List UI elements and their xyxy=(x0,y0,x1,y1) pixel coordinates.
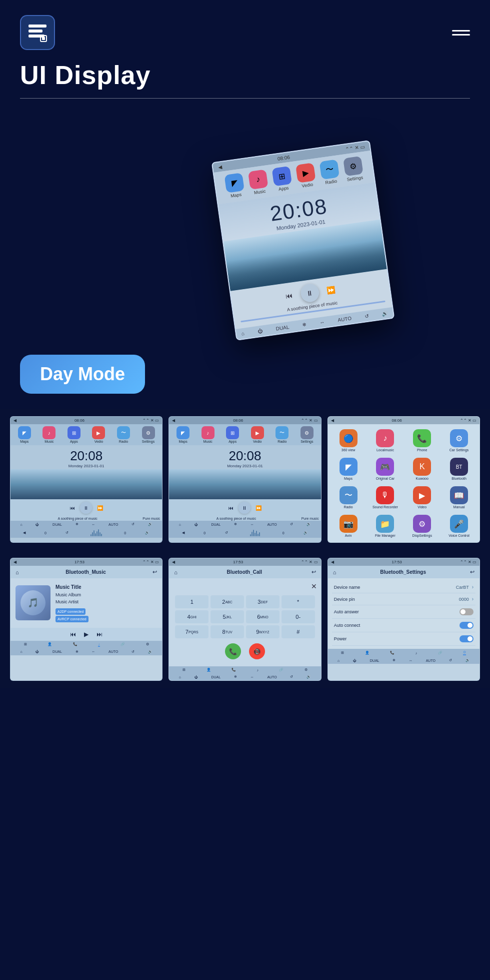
nav-music[interactable]: ♪ Music xyxy=(42,426,56,443)
bt-music-tab-link[interactable]: 🔗 xyxy=(120,642,125,646)
bt-call-home-nav[interactable]: ⌂ xyxy=(179,675,181,679)
dial-5[interactable]: 5JKL xyxy=(210,610,244,623)
dial-9[interactable]: 9WXYZ xyxy=(246,625,280,638)
bt-call-tab-phone[interactable]: 📞 xyxy=(232,668,236,672)
mini-prev-1[interactable]: ⏮ xyxy=(70,505,75,511)
app-maps2[interactable]: ◤ Maps xyxy=(331,456,366,482)
app-icon-maps[interactable]: ◤ Maps xyxy=(224,173,245,199)
app-icon-radio[interactable]: 〜 Radio xyxy=(320,159,340,186)
bt-call-back-icon[interactable]: ↩ xyxy=(312,569,316,575)
nav-radio[interactable]: 〜 Radio xyxy=(117,426,130,443)
nav-settings[interactable]: ⚙ Settings xyxy=(142,426,155,443)
app-soundrecorder[interactable]: 🎙 Sound Recorder xyxy=(368,484,402,511)
bt-settings-tab-music[interactable]: ♪ xyxy=(416,651,418,655)
close-button[interactable]: ✕ xyxy=(173,582,316,590)
bt-music-tab-phone[interactable]: 📞 xyxy=(73,642,78,646)
bt-settings-back-icon[interactable]: ↩ xyxy=(470,569,474,575)
nav2-radio[interactable]: 〜 Radio xyxy=(276,426,288,443)
app-filemanager[interactable]: 📁 File Manager xyxy=(368,513,402,539)
auto-connect-toggle[interactable] xyxy=(460,622,474,629)
mini-next-2[interactable]: ⏩ xyxy=(256,505,262,511)
bt-play[interactable]: ▶ xyxy=(84,631,88,638)
bt-settings-tab-active[interactable]: ⚙ xyxy=(463,650,466,655)
app-voicecontrol[interactable]: 🎤 Voice Control xyxy=(442,513,476,539)
app-originalcar[interactable]: 🎮 Original Car xyxy=(368,456,402,482)
device-name-arrow[interactable]: › xyxy=(472,584,474,590)
bt-next[interactable]: ⏭ xyxy=(96,631,102,638)
bt-music-back-icon[interactable]: ↩ xyxy=(152,569,157,575)
nav2-settings[interactable]: ⚙ Settings xyxy=(300,426,314,443)
bt-settings-tab-person[interactable]: 👤 xyxy=(365,651,370,655)
refresh-icon[interactable]: ↺ xyxy=(364,313,369,319)
app-radio2[interactable]: 〜 Radio xyxy=(331,484,366,511)
mini-play-2[interactable]: ⏸ xyxy=(238,502,250,514)
bt-settings-tab-grid[interactable]: ⊞ xyxy=(341,651,344,655)
end-call-button[interactable]: 📵 xyxy=(249,643,265,659)
app-icon-apps[interactable]: ⊞ Apps xyxy=(272,166,292,193)
nav2-music[interactable]: ♪ Music xyxy=(202,426,214,443)
bt-settings-tab-link[interactable]: 🔗 xyxy=(438,651,442,655)
prev-button[interactable]: ⏮ xyxy=(286,291,294,300)
hamburger-menu-icon[interactable] xyxy=(452,30,470,36)
next-button[interactable]: ⏩ xyxy=(326,286,336,295)
app-360view[interactable]: 🔵 360 view xyxy=(331,427,366,454)
app-manual[interactable]: 📖 Manual xyxy=(442,484,476,511)
bt-call-tab-settings[interactable]: ⚙ xyxy=(304,668,308,672)
app-carsettings[interactable]: ⚙ Car Settings xyxy=(442,427,476,454)
mini-next-1[interactable]: ⏩ xyxy=(97,505,103,511)
call-button[interactable]: 📞 xyxy=(225,643,241,659)
power-toggle[interactable] xyxy=(460,635,474,642)
app-avin[interactable]: 📷 Avin xyxy=(331,513,366,539)
swap-icon[interactable]: ↔ xyxy=(319,319,324,325)
dial-2[interactable]: 2ABC xyxy=(210,595,244,608)
nav2-apps[interactable]: ⊞ Apps xyxy=(226,426,239,443)
app-icon-settings[interactable]: ⚙ Settings xyxy=(343,156,364,183)
mini-home-icon-2[interactable]: ⌂ xyxy=(179,523,181,526)
app-icon-music[interactable]: ♪ Music xyxy=(248,169,269,196)
app-icon-vedio[interactable]: ▶ Vedio xyxy=(296,163,316,189)
bt-music-tab-grid[interactable]: ⊞ xyxy=(24,642,27,646)
nav2-vedio[interactable]: ▶ Vedio xyxy=(251,426,264,443)
auto-answer-toggle[interactable] xyxy=(460,608,474,615)
dial-8[interactable]: 8TUV xyxy=(210,625,244,638)
bt-settings-tab-phone[interactable]: 📞 xyxy=(390,651,394,655)
mini-play-1[interactable]: ⏸ xyxy=(80,502,92,514)
app-phone[interactable]: 📞 Phone xyxy=(404,427,440,454)
dial-star[interactable]: * xyxy=(282,595,315,608)
mini-prev-2[interactable]: ⏮ xyxy=(228,505,234,511)
home-icon[interactable]: ⌂ xyxy=(241,331,245,337)
dial-4[interactable]: 4GHI xyxy=(175,610,208,623)
nav2-maps[interactable]: ◤ Maps xyxy=(176,426,190,443)
bt-music-tab-music[interactable]: ♪ xyxy=(98,642,100,647)
nav-vedio[interactable]: ▶ Vedio xyxy=(92,426,105,443)
bt-prev[interactable]: ⏮ xyxy=(70,631,76,638)
bt-settings-home-nav[interactable]: ⌂ xyxy=(338,659,340,662)
app-localmusic[interactable]: ♪ Localmusic xyxy=(368,427,402,454)
device-pin-arrow[interactable]: › xyxy=(472,596,474,602)
play-pause-button[interactable]: ⏸ xyxy=(300,283,320,303)
bt-call-home-icon[interactable]: ⌂ xyxy=(174,569,178,575)
power-icon[interactable]: ⏻ xyxy=(258,328,263,334)
dial-zero-dash[interactable]: 0- xyxy=(282,610,315,623)
bt-music-home-icon[interactable]: ⌂ xyxy=(16,569,19,575)
bt-call-tab-link[interactable]: 🔗 xyxy=(279,668,284,672)
bt-call-tab-person[interactable]: 👤 xyxy=(206,668,211,672)
dial-7[interactable]: 7PQRS xyxy=(175,625,208,638)
dial-6[interactable]: 6MNO xyxy=(246,610,280,623)
nav-apps[interactable]: ⊞ Apps xyxy=(68,426,80,443)
bt-home-nav[interactable]: ⌂ xyxy=(20,650,22,653)
bt-music-tab-settings[interactable]: ⚙ xyxy=(146,642,149,646)
dial-hash[interactable]: # xyxy=(282,625,315,638)
app-dispsettings[interactable]: ⚙ DispSettings xyxy=(404,513,440,539)
bt-music-tab-person[interactable]: 👤 xyxy=(48,642,52,646)
dial-1[interactable]: 1 xyxy=(175,595,208,608)
app-kuwooo[interactable]: K Kuwooo xyxy=(404,456,440,482)
bt-call-tab-grid[interactable]: ⊞ xyxy=(182,668,186,672)
mini-home-icon[interactable]: ⌂ xyxy=(20,523,22,526)
dial-3[interactable]: 3DEF xyxy=(246,595,280,608)
app-bluetooth[interactable]: BT Bluetooth xyxy=(442,456,476,482)
bt-call-tab-music[interactable]: ♪ xyxy=(256,668,258,672)
nav-maps[interactable]: ◤ Maps xyxy=(18,426,31,443)
app-video[interactable]: ▶ Video xyxy=(404,484,440,511)
bt-settings-home-icon[interactable]: ⌂ xyxy=(333,569,336,575)
